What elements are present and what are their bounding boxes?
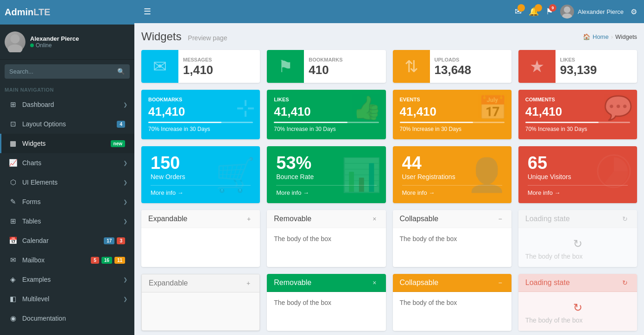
removable-2-tools: × xyxy=(370,279,379,287)
remove-button[interactable]: × xyxy=(370,215,379,223)
likes-stat-icon: ★ xyxy=(518,50,556,83)
sidebar-item-label: Dashboard xyxy=(22,101,123,108)
bookmarks-value: 410 xyxy=(309,63,328,77)
removable-1-title: Removable xyxy=(274,215,311,223)
likes2-footer: 70% Increase in 30 Days xyxy=(274,126,379,132)
page-subtitle: Preview page xyxy=(188,34,227,42)
settings-button[interactable]: ⚙ xyxy=(631,7,637,16)
expandable-2-title: Expandable xyxy=(149,279,188,287)
nav-item-dashboard[interactable]: ⊞ Dashboard ❯ xyxy=(0,95,134,114)
nav-item-documentation[interactable]: ◉ Documentation xyxy=(0,309,134,328)
loading-1-title: Loading state xyxy=(525,215,570,223)
collapse-button[interactable]: − xyxy=(496,215,505,223)
reload-button[interactable]: ↻ xyxy=(620,215,630,223)
svg-point-0 xyxy=(11,34,20,43)
nav-item-multilevel[interactable]: ◧ Multilevel ❯ xyxy=(0,289,134,309)
collapsable-2-header: Collapsable − xyxy=(393,274,511,292)
nav-item-layout[interactable]: ⊡ Layout Options 4 xyxy=(0,114,134,134)
stat-box-messages: ✉ MESSAGES 1,410 xyxy=(141,50,260,83)
breadcrumb-separator: › xyxy=(611,33,613,40)
comments-bg-icon: 💬 xyxy=(604,94,632,121)
bookmarks-stat-icon: ⚑ xyxy=(267,50,304,83)
nav-item-forms[interactable]: ✎ Forms ❯ xyxy=(0,192,134,211)
search-button[interactable]: 🔍 xyxy=(113,64,130,79)
nav-item-widgets[interactable]: ▦ Widgets new xyxy=(0,134,134,153)
sidebar-item-label: Widgets xyxy=(22,140,111,147)
multilevel-icon: ◧ xyxy=(8,295,18,303)
removable-2-header: Removable × xyxy=(267,274,385,292)
messages-label: MESSAGES xyxy=(183,57,212,62)
page-title: Widgets xyxy=(141,30,182,43)
flags-badge: 9 xyxy=(549,4,556,12)
breadcrumb-home[interactable]: Home xyxy=(593,33,609,40)
orders-bg-icon: 🛒 xyxy=(215,156,255,194)
navbar-right: ✉ 🔔 ⚑ 9 Alexander Pierce ⚙ xyxy=(515,5,637,19)
widget-boxes-row2: Expandable + Removable × The body of the… xyxy=(141,274,637,331)
loading-2-tools: ↻ xyxy=(620,279,630,287)
expandable-1-title: Expandable xyxy=(148,215,188,223)
reload-2-button[interactable]: ↻ xyxy=(620,279,630,287)
collapse-2-button[interactable]: − xyxy=(496,279,505,287)
stat-box-comments: COMMENTS 41,410 70% Increase in 30 Days … xyxy=(518,90,637,139)
expandable-1-header: Expandable + xyxy=(141,210,260,228)
nav-item-tables[interactable]: ⊞ Tables ❯ xyxy=(0,211,134,231)
collapsable-1-body: The body of the box xyxy=(393,228,511,249)
sidebar-item-label: Examples xyxy=(22,276,123,283)
search-input[interactable] xyxy=(5,64,113,79)
uploads-label: UPLOADS xyxy=(435,57,460,62)
comments-footer: 70% Increase in 30 Days xyxy=(525,126,630,132)
tables-icon: ⊞ xyxy=(8,217,18,225)
likes-label: LIKES xyxy=(560,57,575,62)
removable-2-title: Removable xyxy=(274,279,311,287)
notifications-nav-icon[interactable]: 🔔 xyxy=(529,6,539,17)
stat-box-likes: ★ LIKES 93,139 xyxy=(518,50,637,83)
widget-loading-2: Loading state ↻ ↻ The body of the box xyxy=(518,274,637,331)
mailbox-badge-green: 16 xyxy=(101,257,112,264)
sidebar-item-label: Layout Options xyxy=(22,120,117,128)
nav-item-ui[interactable]: ⬡ UI Elements ❯ xyxy=(0,173,134,192)
messages-nav-icon[interactable]: ✉ xyxy=(515,6,522,17)
expandable-2-header: Expandable + xyxy=(142,274,259,292)
chevron-right-icon: ❯ xyxy=(123,180,127,186)
user-menu[interactable]: Alexander Pierce xyxy=(560,5,624,19)
sidebar-toggle-button[interactable]: ☰ xyxy=(141,4,153,19)
messages-value: 1,410 xyxy=(183,63,213,77)
svg-point-3 xyxy=(562,13,572,19)
breadcrumb: 🏠 Home › Widgets xyxy=(583,33,637,40)
expand-2-button[interactable]: + xyxy=(244,279,253,287)
user-avatar-nav xyxy=(560,5,574,19)
collapsable-1-header: Collapsable − xyxy=(393,210,511,228)
nav-item-calendar[interactable]: 📅 Calendar 17 3 xyxy=(0,231,134,250)
removable-1-body-text: The body of the box xyxy=(274,235,331,242)
bookmarks-stat-info: BOOKMARKS 410 xyxy=(304,50,385,83)
events-footer: 70% Increase in 30 Days xyxy=(400,126,505,132)
main-content: ☰ ✉ 🔔 ⚑ 9 Alexander Pierce ⚙ xyxy=(134,0,644,335)
calendar-icon: 📅 xyxy=(8,236,18,245)
nav-item-charts[interactable]: 📈 Charts ❯ xyxy=(0,153,134,173)
sidebar-item-label: Calendar xyxy=(22,237,104,244)
bookmarks2-bg-icon: ⊹ xyxy=(236,94,255,121)
expand-button[interactable]: + xyxy=(245,215,253,223)
removable-1-header: Removable × xyxy=(267,210,385,228)
widget-expandable-2: Expandable + xyxy=(141,274,260,331)
loading-spinner-2: ↻ xyxy=(525,299,630,316)
breadcrumb-current: Widgets xyxy=(615,33,637,40)
likes-value: 93,139 xyxy=(560,63,597,77)
sidebar-item-label: Multilevel xyxy=(22,295,123,303)
page-title-area: Widgets Preview page xyxy=(141,30,227,43)
collapsable-1-tools: − xyxy=(496,215,505,223)
widget-removable-1: Removable × The body of the box xyxy=(267,210,385,267)
loading-2-body: ↻ The body of the box xyxy=(518,292,637,331)
mailbox-icon: ✉ xyxy=(8,256,18,264)
bounce-bg-icon: 📊 xyxy=(341,156,381,194)
notifications-badge xyxy=(535,4,542,12)
docs-icon: ◉ xyxy=(8,314,18,323)
nav-item-examples[interactable]: ◈ Examples ❯ xyxy=(0,270,134,289)
sidebar-item-label: Mailbox xyxy=(22,256,91,264)
collapsable-1-title: Collapsable xyxy=(400,215,439,223)
remove-2-button[interactable]: × xyxy=(370,279,379,287)
nav-item-mailbox[interactable]: ✉ Mailbox 5 16 11 xyxy=(0,250,134,270)
flags-nav-icon[interactable]: ⚑ 9 xyxy=(546,6,553,17)
user-info: Alexander Pierce Online xyxy=(30,35,79,49)
big-stat-visitors: 65 Unique Visitors More info → xyxy=(518,146,637,203)
